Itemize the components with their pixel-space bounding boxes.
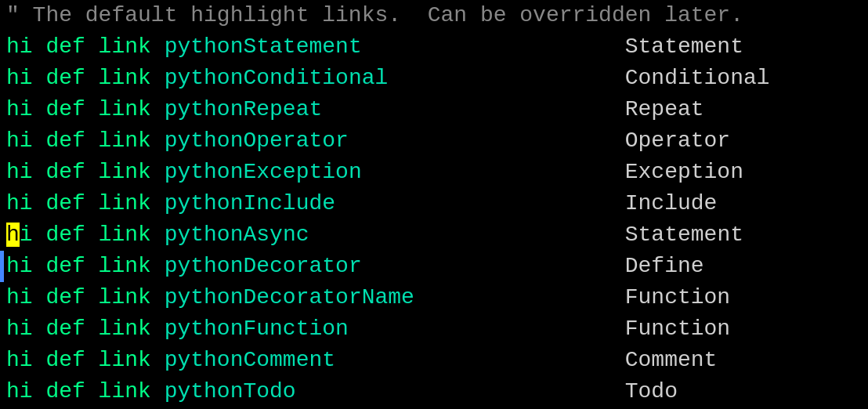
spacer: [362, 34, 625, 59]
keyword-text: hi def link: [6, 160, 165, 184]
value-text: Function: [625, 317, 730, 341]
identifier-text: pythonException: [165, 160, 362, 184]
identifier-text: pythonComment: [165, 348, 335, 372]
keyword-text: hi def link: [6, 191, 165, 215]
spacer: [309, 223, 625, 247]
identifier-text: pythonOperator: [165, 128, 349, 153]
value-text: Todo: [625, 379, 678, 404]
spacer: [349, 128, 625, 153]
spacer: [296, 379, 625, 404]
spacer: [414, 285, 625, 309]
identifier-text: pythonConditional: [165, 66, 389, 90]
spacer: [335, 191, 625, 215]
code-line-12: hi def link pythonTodo Todo: [0, 376, 868, 407]
value-text: Operator: [625, 128, 730, 153]
code-line-9: hi def link pythonDecoratorName Function: [0, 282, 868, 313]
identifier-text: pythonDecorator: [165, 254, 362, 278]
value-text: Exception: [625, 160, 743, 184]
code-line-7: hi def link pythonAsync Statement: [0, 219, 868, 251]
identifier-text: pythonInclude: [165, 191, 335, 215]
left-bar-indicator: [0, 251, 4, 282]
value-text: Repeat: [625, 97, 704, 121]
code-line-6: hi def link pythonInclude Include: [0, 188, 868, 219]
identifier-text: pythonDecoratorName: [165, 285, 414, 309]
value-text: Comment: [625, 348, 718, 372]
identifier-text: pythonFunction: [165, 317, 349, 341]
keyword-text: hi def link: [6, 285, 165, 309]
code-line-8: hi def link pythonDecorator Define: [0, 251, 868, 282]
keyword-text: hi def link: [6, 34, 165, 59]
value-text: Function: [625, 285, 730, 309]
code-line-4: hi def link pythonOperator Operator: [0, 125, 868, 157]
identifier-text: pythonAsync: [165, 223, 309, 247]
code-line-0: " The default highlight links. Can be ov…: [0, 0, 868, 31]
value-text: Define: [625, 254, 704, 278]
keyword-text: hi def link: [6, 66, 165, 90]
value-text: Conditional: [625, 66, 770, 90]
value-text: Statement: [625, 34, 743, 59]
code-line-3: hi def link pythonRepeat Repeat: [0, 94, 868, 125]
identifier-text: pythonStatement: [165, 34, 362, 59]
keyword-text: hi def link: [6, 254, 165, 278]
spacer: [335, 348, 625, 372]
spacer: [388, 66, 624, 90]
code-line-11: hi def link pythonComment Comment: [0, 345, 868, 376]
comment-text: " The default highlight links. Can be ov…: [6, 3, 743, 27]
identifier-text: pythonRepeat: [165, 97, 323, 121]
keyword-text: hi def link: [6, 128, 165, 153]
code-line-10: hi def link pythonFunction Function: [0, 313, 868, 345]
code-editor: " The default highlight links. Can be ov…: [0, 0, 868, 409]
cursor-char: h: [6, 223, 20, 247]
spacer: [362, 160, 625, 184]
value-text: Include: [625, 191, 718, 215]
keyword-text: hi def link: [6, 317, 165, 341]
identifier-text: pythonTodo: [165, 379, 296, 404]
spacer: [362, 254, 625, 278]
spacer: [322, 97, 624, 121]
code-line-5: hi def link pythonException Exception: [0, 157, 868, 188]
keyword-text: hi def link: [6, 348, 165, 372]
keyword-text: i def link: [20, 223, 165, 247]
keyword-text: hi def link: [6, 97, 165, 121]
value-text: Statement: [625, 223, 743, 247]
code-line-1: hi def link pythonStatement Statement: [0, 31, 868, 63]
code-line-2: hi def link pythonConditional Conditiona…: [0, 63, 868, 94]
keyword-text: hi def link: [6, 379, 165, 404]
spacer: [349, 317, 625, 341]
